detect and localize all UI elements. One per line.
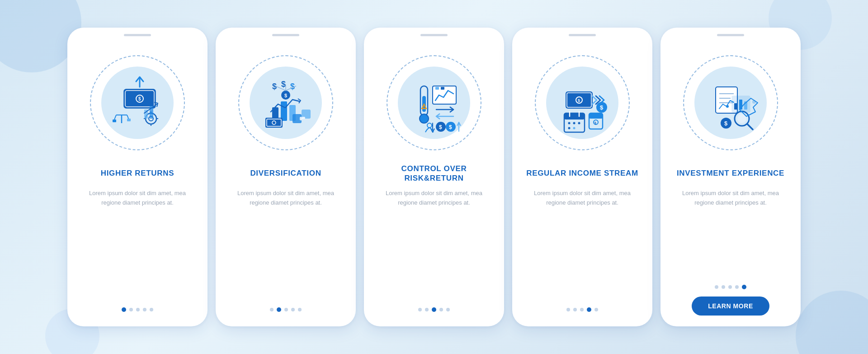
dots-higher-returns: [122, 307, 153, 312]
dot-4: [439, 308, 443, 311]
svg-text:$: $: [724, 120, 728, 127]
dot-1: [566, 308, 570, 311]
card-control-risk: ! $ $: [364, 28, 504, 326]
card-title-investment-experience: INVESTMENT EXPERIENCE: [677, 163, 784, 184]
learn-more-button[interactable]: LEARN MORE: [692, 297, 769, 316]
dot-1: [270, 308, 274, 311]
svg-rect-44: [435, 87, 439, 90]
svg-line-84: [747, 124, 753, 129]
dots-diversification: [270, 307, 302, 312]
dot-2: [722, 285, 725, 289]
svg-point-54: [427, 123, 432, 128]
card-desc-higher-returns: Lorem ipsum dolor sit dim amet, mea regi…: [78, 189, 197, 208]
card-title-regular-income: REGULAR INCOME STREAM: [526, 163, 638, 184]
illustration-investment-experience: $: [676, 48, 785, 157]
dot-2: [573, 308, 577, 311]
svg-line-7: [114, 115, 116, 120]
dot-1: [418, 308, 422, 311]
card-desc-regular-income: Lorem ipsum dolor sit dim amet, mea regi…: [523, 189, 642, 208]
dot-5: [446, 308, 450, 311]
svg-point-64: [573, 122, 576, 124]
dot-3: [580, 308, 584, 311]
card-title-control-risk: CONTROL OVER RISK&RETURN: [375, 163, 493, 184]
cards-container: $: [49, 14, 819, 340]
card-desc-control-risk: Lorem ipsum dolor sit dim amet, mea regi…: [375, 189, 493, 208]
svg-text:$: $: [449, 124, 452, 130]
dot-3: [728, 285, 732, 289]
dot-5: [298, 308, 302, 311]
svg-text:!: !: [423, 105, 424, 109]
dot-3: [136, 308, 140, 311]
card-investment-experience: $ INVESTMENT EXPERIENCE Lorem ipsum dolo…: [660, 28, 801, 326]
svg-text:$: $: [578, 98, 580, 103]
svg-point-40: [420, 114, 429, 123]
dot-4: [291, 308, 295, 311]
dots-regular-income: [566, 307, 598, 312]
dot-2: [425, 308, 429, 311]
dot-4: [143, 308, 146, 311]
svg-point-88: [726, 105, 729, 108]
regular-income-icon: $ $: [544, 64, 621, 141]
dots-control-risk: [418, 307, 450, 312]
svg-text:$: $: [439, 124, 442, 130]
dot-5: [594, 308, 598, 311]
dot-1: [715, 285, 718, 289]
card-desc-diversification: Lorem ipsum dolor sit dim amet, mea regi…: [226, 189, 345, 208]
dot-2: [277, 307, 281, 312]
svg-rect-34: [302, 117, 305, 119]
card-diversification: $ $ $ $: [216, 28, 356, 326]
svg-point-63: [568, 122, 571, 124]
dot-2: [129, 308, 133, 311]
dots-investment-experience: [715, 285, 746, 289]
svg-rect-69: [589, 113, 603, 119]
svg-text:$: $: [284, 93, 287, 98]
dot-3: [284, 308, 288, 311]
dot-4: [587, 307, 591, 312]
svg-text:$: $: [594, 121, 596, 125]
dot-4: [735, 285, 739, 289]
dot-5: [150, 308, 153, 311]
svg-text:$: $: [290, 82, 295, 91]
svg-rect-9: [113, 120, 116, 122]
card-title-higher-returns: HIGHER RETURNS: [101, 163, 175, 184]
card-regular-income: $ $: [512, 28, 652, 326]
svg-rect-79: [734, 103, 737, 110]
illustration-higher-returns: $: [83, 48, 192, 157]
card-title-diversification: DIVERSIFICATION: [250, 163, 321, 184]
svg-rect-45: [441, 87, 444, 90]
card-desc-investment-experience: Lorem ipsum dolor sit dim amet, mea regi…: [671, 189, 790, 208]
svg-text:$: $: [281, 80, 286, 89]
svg-text:$: $: [600, 104, 604, 111]
svg-point-67: [573, 127, 576, 129]
svg-rect-10: [127, 119, 131, 121]
investment-experience-icon: $: [692, 64, 769, 141]
svg-point-66: [568, 127, 571, 129]
svg-point-65: [578, 122, 580, 124]
control-risk-icon: ! $ $: [396, 64, 472, 141]
illustration-diversification: $ $ $ $: [231, 48, 340, 157]
illustration-regular-income: $ $: [528, 48, 637, 157]
diversification-icon: $ $ $ $: [247, 64, 324, 141]
dot-5: [742, 285, 746, 289]
svg-rect-60: [564, 113, 585, 120]
svg-text:$: $: [138, 96, 141, 101]
higher-returns-icon: $: [99, 64, 176, 141]
dot-3: [432, 307, 436, 312]
card-higher-returns: $: [67, 28, 208, 326]
svg-point-85: [752, 100, 756, 104]
dot-1: [122, 307, 126, 312]
illustration-control-risk: ! $ $: [380, 48, 488, 157]
